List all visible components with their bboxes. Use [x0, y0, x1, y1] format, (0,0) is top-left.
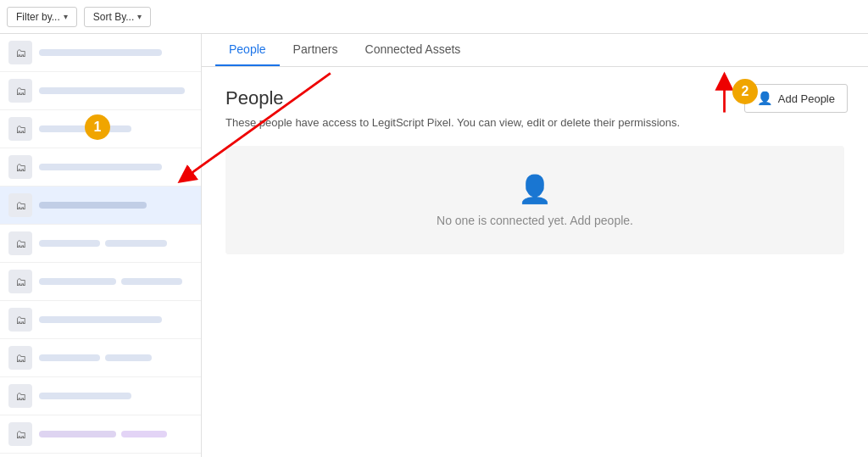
add-people-button[interactable]: 👤 Add People: [744, 84, 848, 113]
item-line-1: [39, 164, 162, 170]
item-icon: 🗂: [8, 384, 32, 408]
list-item[interactable]: 🗂: [0, 454, 201, 457]
item-text: [39, 354, 192, 361]
item-lines: [39, 240, 192, 247]
empty-person-icon: 👤: [518, 173, 552, 205]
item-line-1: [39, 354, 100, 361]
item-text: [39, 49, 192, 56]
item-line-2: [121, 278, 182, 285]
item-line-1: [39, 87, 185, 94]
empty-state: 👤 No one is connected yet. Add people.: [225, 146, 844, 254]
item-line-2: [105, 240, 166, 247]
item-icon: 🗂: [8, 308, 32, 332]
tabs: People Partners Connected Assets: [202, 34, 868, 67]
item-icon: 🗂: [8, 270, 32, 293]
item-line-1: [39, 278, 116, 285]
annotation-1: 1: [85, 114, 110, 140]
item-line-1: [39, 49, 162, 56]
item-text: [39, 431, 192, 437]
item-line-1: [39, 431, 116, 437]
item-lines: [39, 278, 192, 285]
sort-button[interactable]: Sort By... ▾: [84, 7, 151, 27]
list-item[interactable]: 🗂: [0, 377, 201, 415]
item-line-1: [39, 393, 131, 399]
item-text: [39, 125, 192, 132]
people-panel: People These people have access to Legit…: [202, 67, 868, 457]
list-item[interactable]: 🗂: [0, 415, 201, 454]
item-text: [39, 316, 192, 323]
item-text: [39, 202, 192, 209]
tab-connected-assets[interactable]: Connected Assets: [352, 34, 475, 66]
item-text: [39, 87, 192, 94]
item-lines: [39, 354, 192, 361]
empty-state-text: No one is connected yet. Add people.: [437, 214, 633, 227]
item-line-1: [39, 240, 100, 247]
people-description: These people have access to LegitScript …: [225, 116, 844, 129]
filter-label: Filter by...: [16, 11, 60, 23]
item-text: [39, 393, 192, 399]
annotation-2: 2: [732, 79, 758, 104]
toolbar: Filter by... ▾ Sort By... ▾: [0, 0, 868, 34]
item-line-1: [39, 202, 147, 209]
list-item[interactable]: 🗂: [0, 225, 201, 263]
item-text: [39, 240, 192, 247]
item-line-2: [121, 431, 167, 437]
sort-label: Sort By...: [93, 11, 134, 23]
sort-chevron-icon: ▾: [137, 12, 142, 21]
item-text: [39, 278, 192, 285]
list-item[interactable]: 🗂: [0, 34, 201, 72]
item-icon: 🗂: [8, 231, 32, 255]
content-area: People Partners Connected Assets People …: [202, 34, 868, 457]
main-layout: 🗂 🗂 🗂 🗂: [0, 34, 868, 457]
list-item[interactable]: 🗂: [0, 301, 201, 339]
tab-partners[interactable]: Partners: [280, 34, 352, 66]
add-people-label: Add People: [778, 92, 835, 105]
add-person-icon: 👤: [757, 91, 773, 106]
list-item[interactable]: 🗂: [0, 148, 201, 187]
item-icon: 🗂: [8, 193, 32, 217]
item-icon: 🗂: [8, 346, 32, 370]
item-line-2: [105, 354, 151, 361]
filter-button[interactable]: Filter by... ▾: [7, 7, 77, 27]
item-icon: 🗂: [8, 79, 32, 103]
item-icon: 🗂: [8, 41, 32, 64]
item-icon: 🗂: [8, 422, 32, 446]
item-line-1: [39, 316, 162, 323]
tab-people[interactable]: People: [215, 34, 280, 66]
list-item-active[interactable]: 🗂: [0, 187, 201, 225]
item-icon: 🗂: [8, 117, 32, 141]
list-item[interactable]: 🗂: [0, 339, 201, 377]
filter-chevron-icon: ▾: [64, 12, 68, 21]
list-item[interactable]: 🗂: [0, 263, 201, 301]
item-lines: [39, 431, 192, 437]
item-text: [39, 164, 192, 170]
sidebar: 🗂 🗂 🗂 🗂: [0, 34, 202, 457]
app-container: Filter by... ▾ Sort By... ▾ 🗂 🗂: [0, 0, 868, 457]
item-icon: 🗂: [8, 155, 32, 179]
list-item[interactable]: 🗂: [0, 72, 201, 110]
